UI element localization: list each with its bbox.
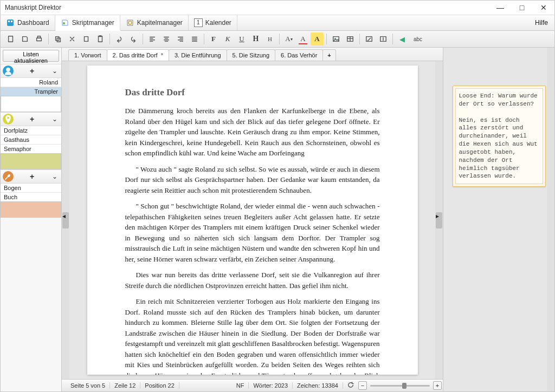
cut-button[interactable] [66, 32, 79, 45]
zoom-in-button[interactable]: + [433, 381, 442, 390]
spellcheck-button[interactable]: abc [410, 32, 426, 45]
scroll-handle[interactable]: ▸ [436, 212, 442, 228]
add-place-button[interactable]: + [28, 115, 36, 123]
dirty-indicator: * [161, 52, 163, 58]
objects-group-header[interactable]: + ⌄ [1, 169, 61, 184]
list-item[interactable]: Roland [1, 78, 61, 87]
insert-bookmark-button[interactable] [377, 32, 390, 45]
font-color-button[interactable]: A [296, 32, 309, 45]
save-button[interactable] [18, 32, 31, 45]
places-color-swatch [1, 153, 61, 169]
list-item[interactable]: Dorfplatz [1, 126, 61, 135]
svg-point-3 [63, 22, 65, 24]
document-tab-label: 5. Die Sitzung [233, 52, 269, 58]
app-window: Manuskript Direktor — □ ✕ Dashboard Skri… [0, 0, 555, 392]
list-item[interactable]: Trampler [1, 87, 61, 96]
update-lists-button[interactable]: Listen aktualisieren [3, 50, 59, 62]
editor-area: 1. Vorwort 2. Das dritte Dorf* 3. Die En… [62, 48, 443, 391]
underline-button[interactable]: U [235, 32, 248, 45]
insert-link-button[interactable] [363, 32, 376, 45]
copy-button[interactable] [51, 32, 64, 45]
svg-rect-9 [37, 36, 40, 38]
characters-group-header[interactable]: + ⌄ [1, 64, 61, 78]
zoom-slider[interactable] [370, 385, 430, 387]
objects-collapse-icon[interactable]: ⌄ [50, 173, 59, 180]
document-tab[interactable]: 1. Vorwort [68, 49, 107, 61]
align-justify-button[interactable] [188, 32, 201, 45]
document-page[interactable]: Das dritte Dorf Die Dämmerung kroch bere… [87, 66, 418, 375]
align-center-button[interactable] [160, 32, 173, 45]
menu-kalender-label: Kalender [205, 19, 231, 27]
print-button[interactable] [33, 32, 46, 45]
svg-rect-2 [11, 21, 12, 22]
insert-table-button[interactable] [344, 32, 357, 45]
zoom-thumb[interactable] [402, 383, 406, 389]
undo-button[interactable] [113, 32, 126, 45]
zoom-out-button[interactable]: − [358, 381, 367, 390]
document-tab[interactable]: 5. Die Sitzung [227, 49, 275, 61]
menu-skriptmanager-label: Skriptmanager [72, 19, 114, 27]
refresh-stats-button[interactable] [343, 382, 358, 389]
heading1-button[interactable]: H [249, 32, 262, 45]
italic-button[interactable]: K [221, 32, 234, 45]
bold-button[interactable]: F [207, 32, 220, 45]
status-line: Zeile 12 [110, 382, 140, 389]
align-left-button[interactable] [146, 32, 159, 45]
list-item[interactable]: Semaphor [1, 145, 61, 154]
toolbar-separator [359, 34, 360, 44]
notes-panel: Loose End: Warum wurde der Ort so verlas… [443, 48, 554, 391]
font-size-button[interactable]: A▾ [282, 32, 295, 45]
workspace: Listen aktualisieren + ⌄ Roland Trampler… [1, 48, 554, 391]
menu-kalender[interactable]: 1 Kalender [189, 15, 237, 30]
window-minimize-button[interactable]: — [489, 1, 511, 15]
right-scrollbar[interactable]: ▸ [435, 61, 443, 379]
svg-rect-8 [37, 38, 42, 41]
paste-button[interactable] [80, 32, 93, 45]
toolbar-separator [204, 34, 204, 44]
toolbar-separator [143, 34, 143, 44]
toolbar-separator [279, 34, 280, 44]
window-controls: — □ ✕ [489, 1, 554, 15]
left-scrollbar[interactable]: ◂ [62, 61, 69, 379]
document-tab-label: 2. Das dritte Dorf [113, 52, 158, 58]
scroll-handle[interactable]: ◂ [62, 212, 69, 228]
insert-image-button[interactable] [330, 32, 343, 45]
document-tabs: 1. Vorwort 2. Das dritte Dorf* 3. Die En… [62, 48, 443, 61]
align-right-button[interactable] [174, 32, 187, 45]
new-doc-button[interactable] [4, 32, 17, 45]
redo-button[interactable] [127, 32, 140, 45]
menu-kapitelmanager[interactable]: Kapitelmanager [120, 15, 189, 30]
dashboard-icon [6, 18, 15, 27]
outdent-button[interactable]: ◀ [396, 32, 409, 45]
help-label[interactable]: Hilfe [535, 19, 548, 27]
window-close-button[interactable]: ✕ [533, 1, 554, 15]
main-menu: Dashboard Skriptmanager Kapitelmanager 1… [1, 15, 554, 31]
menu-kapitelmanager-label: Kapitelmanager [137, 19, 183, 27]
svg-rect-12 [85, 37, 88, 42]
add-object-button[interactable]: + [28, 172, 36, 181]
list-item[interactable]: Bogen [1, 184, 61, 193]
places-collapse-icon[interactable]: ⌄ [50, 115, 59, 123]
sticky-note[interactable]: Loose End: Warum wurde der Ort so verlas… [453, 86, 546, 187]
list-item[interactable]: Buch [1, 193, 61, 202]
svg-rect-7 [9, 36, 13, 42]
add-document-tab[interactable]: + [322, 49, 335, 61]
menu-skriptmanager[interactable]: Skriptmanager [55, 15, 120, 31]
sticky-note-text[interactable]: Loose End: Warum wurde der Ort so verlas… [455, 88, 543, 184]
clipboard-button[interactable] [94, 32, 107, 45]
heading2-button[interactable]: H [263, 32, 276, 45]
characters-color-swatch [1, 96, 61, 112]
document-tab[interactable]: 3. Die Entführung [169, 49, 227, 61]
window-maximize-button[interactable]: □ [511, 1, 533, 15]
document-tab[interactable]: 2. Das dritte Dorf* [107, 49, 169, 61]
list-item[interactable]: Gasthaus [1, 135, 61, 145]
characters-collapse-icon[interactable]: ⌄ [50, 67, 59, 75]
notes-scrollbar[interactable] [547, 48, 554, 391]
add-character-button[interactable]: + [28, 67, 36, 75]
menu-dashboard[interactable]: Dashboard [1, 15, 55, 30]
highlight-button[interactable]: A [311, 32, 324, 45]
svg-rect-1 [8, 21, 10, 22]
document-tab[interactable]: 6. Das Verhör [275, 49, 323, 61]
script-icon [61, 18, 69, 27]
places-group-header[interactable]: + ⌄ [1, 112, 61, 126]
